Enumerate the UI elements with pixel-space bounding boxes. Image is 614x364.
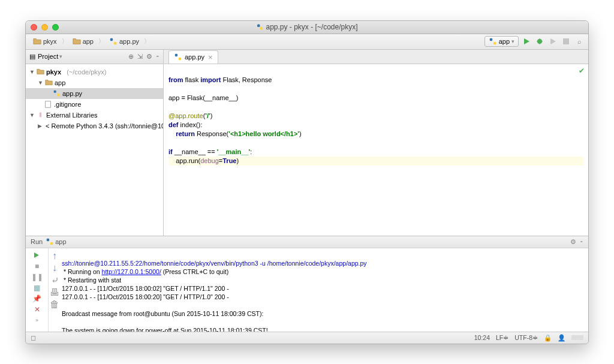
library-icon: ⫴: [36, 111, 44, 119]
chevron-down-icon: ▾: [511, 38, 514, 44]
minimize-window-button[interactable]: [41, 24, 48, 31]
line-separator[interactable]: LF≑: [496, 334, 508, 341]
run-gutter-left: ■ ❚❚ ▦ 📌 ✕ »: [26, 248, 49, 332]
server-url-link[interactable]: http://127.0.0.1:5000/: [102, 268, 161, 275]
hide-panel-icon[interactable]: ⁃: [580, 238, 583, 246]
chevron-right-icon: 〉: [62, 37, 68, 46]
folder-icon: [44, 79, 53, 87]
svg-rect-1: [260, 27, 263, 30]
lock-icon[interactable]: 🔒: [544, 334, 552, 342]
scroll-from-source-icon[interactable]: ⇲: [137, 53, 143, 61]
folder-icon: [36, 68, 44, 76]
gear-icon[interactable]: ⚙: [570, 238, 576, 246]
folder-icon: [73, 37, 81, 46]
expand-arrow-icon[interactable]: ▼: [29, 69, 34, 75]
ide-window: app.py - pkyx - [~/code/pkyx] pkyx 〉 app…: [25, 20, 589, 344]
project-header-label: Project: [38, 53, 58, 60]
collapse-all-icon[interactable]: ⊕: [128, 53, 134, 61]
window-controls: [31, 24, 59, 31]
svg-rect-5: [493, 42, 496, 44]
pin-tab-button[interactable]: 📌: [32, 294, 42, 303]
svg-rect-3: [114, 42, 116, 44]
rerun-button[interactable]: [32, 251, 42, 260]
python-file-icon: [46, 237, 54, 246]
navigation-bar: pkyx 〉 app 〉 app.py 〉 app ▾ ⌕: [26, 34, 588, 50]
close-window-button[interactable]: [31, 24, 37, 31]
svg-rect-8: [53, 91, 56, 93]
svg-rect-13: [175, 54, 177, 56]
status-toggle-icon[interactable]: ◻: [31, 334, 36, 341]
titlebar: app.py - pkyx - [~/code/pkyx]: [26, 21, 588, 34]
expand-arrow-icon[interactable]: ▼: [29, 112, 34, 118]
tree-folder[interactable]: ▼ app: [26, 77, 163, 88]
maximize-window-button[interactable]: [52, 24, 59, 31]
up-button[interactable]: ↑: [52, 251, 57, 261]
inspector-icon[interactable]: 👤: [558, 334, 565, 342]
run-configuration-selector[interactable]: app ▾: [484, 36, 519, 47]
chevron-right-icon: 〉: [98, 37, 104, 46]
project-header: ▤ Project ▾ ⊕ ⇲ ⚙ ⁃: [26, 50, 163, 64]
tree-external-libraries[interactable]: ▼ ⫴ External Libraries: [26, 110, 163, 121]
svg-rect-4: [489, 38, 492, 41]
run-tool-window: Run app ⚙ ⁃ ■ ❚❚ ▦ 📌 ✕ » ↑ ↓ ⤶ 🖶: [26, 236, 588, 332]
svg-rect-0: [257, 25, 260, 28]
inspection-ok-icon: ✔: [579, 67, 585, 76]
window-title: app.py - pkyx - [~/code/pkyx]: [256, 23, 357, 31]
svg-rect-16: [50, 242, 53, 245]
dump-threads-button[interactable]: ▦: [32, 283, 42, 293]
gear-icon[interactable]: ⚙: [146, 53, 152, 61]
python-file-icon: [109, 37, 118, 46]
pause-button[interactable]: ❚❚: [32, 272, 42, 282]
svg-rect-9: [57, 94, 59, 96]
file-encoding[interactable]: UTF-8≑: [514, 334, 538, 341]
project-tool-window: ▤ Project ▾ ⊕ ⇲ ⚙ ⁃ ▼ pkyx (~/code/pkyx)…: [26, 50, 164, 236]
close-tab-icon[interactable]: ×: [208, 53, 213, 62]
project-header-icon: ▤: [29, 53, 35, 61]
svg-rect-15: [47, 239, 49, 241]
tree-file-selected[interactable]: app.py: [26, 88, 163, 99]
cursor-position[interactable]: 10:24: [474, 334, 490, 341]
editor-tabs: app.py ×: [164, 50, 588, 64]
breadcrumb: pkyx 〉 app 〉 app.py 〉: [29, 36, 150, 47]
svg-rect-7: [563, 38, 569, 44]
tree-remote-python[interactable]: ▶ < Remote Python 3.4.3 (ssh://tonnie@10…: [26, 121, 163, 131]
svg-rect-14: [179, 58, 181, 60]
breadcrumb-item[interactable]: app: [69, 36, 97, 47]
debug-button[interactable]: [534, 36, 545, 47]
svg-rect-10: [46, 101, 51, 107]
stop-button[interactable]: ■: [32, 261, 42, 271]
clear-button[interactable]: 🗑: [50, 299, 59, 310]
breadcrumb-item[interactable]: pkyx: [29, 36, 61, 47]
editor-tab[interactable]: app.py ×: [168, 50, 218, 64]
chevron-down-icon: ▾: [59, 53, 62, 59]
python-file-icon: [256, 23, 263, 31]
expand-arrow-icon[interactable]: ▼: [38, 80, 43, 86]
main-area: ▤ Project ▾ ⊕ ⇲ ⚙ ⁃ ▼ pkyx (~/code/pkyx)…: [26, 50, 588, 236]
project-tree[interactable]: ▼ pkyx (~/code/pkyx) ▼ app app.py .gitig…: [26, 64, 163, 236]
close-button[interactable]: ✕: [32, 305, 42, 314]
text-file-icon: [44, 100, 52, 109]
editor-area: app.py × ✔from flask import Flask, Respo…: [164, 50, 588, 236]
tree-root[interactable]: ▼ pkyx (~/code/pkyx): [26, 67, 163, 77]
search-icon[interactable]: ⌕: [574, 36, 585, 47]
expand-arrow-icon[interactable]: ▶: [38, 123, 42, 129]
memory-indicator[interactable]: [571, 335, 583, 340]
run-gutter-right: ↑ ↓ ⤶ 🖶 🗑: [49, 248, 61, 332]
run-panel-header: Run app ⚙ ⁃: [26, 236, 588, 248]
print-button[interactable]: 🖶: [50, 287, 59, 298]
down-button[interactable]: ↓: [52, 263, 57, 273]
soft-wrap-button[interactable]: ⤶: [51, 275, 59, 286]
more-button[interactable]: »: [32, 315, 42, 325]
stop-button[interactable]: [561, 36, 571, 47]
run-button[interactable]: [521, 36, 532, 47]
breadcrumb-item[interactable]: app.py: [106, 36, 143, 47]
python-file-icon: [52, 89, 61, 98]
status-bar: ◻ 10:24 LF≑ UTF-8≑ 🔒 👤: [26, 332, 588, 344]
tree-file[interactable]: .gitignore: [26, 99, 163, 110]
console-output[interactable]: ssh://tonnie@10.211.55.5:22/home/tonnie/…: [61, 248, 588, 332]
hide-panel-icon[interactable]: ⁃: [156, 53, 159, 61]
python-file-icon: [174, 53, 182, 61]
code-editor[interactable]: ✔from flask import Flask, Response app =…: [164, 64, 588, 236]
folder-icon: [33, 37, 41, 46]
run-with-coverage-button[interactable]: [547, 36, 558, 47]
